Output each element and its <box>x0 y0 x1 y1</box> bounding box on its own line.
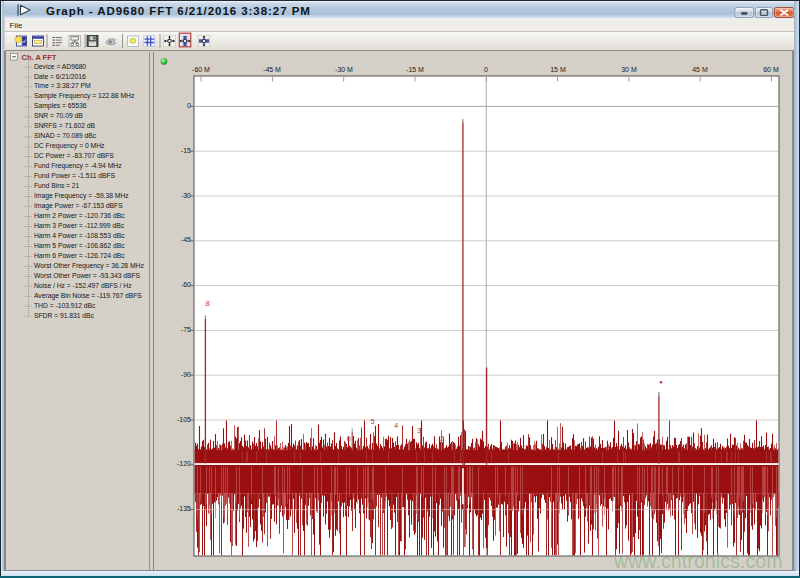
svg-text:2: 2 <box>440 434 444 443</box>
svg-text:3: 3 <box>417 426 421 435</box>
svg-text:4: 4 <box>394 421 398 430</box>
svg-text:5: 5 <box>370 417 374 426</box>
svg-text:8: 8 <box>205 299 209 308</box>
svg-text:6: 6 <box>347 434 351 443</box>
